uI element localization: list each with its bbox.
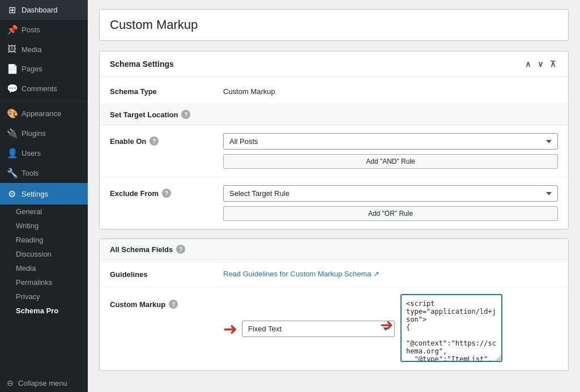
enable-on-label: Enable On ? [110, 133, 223, 146]
appearance-icon: 🎨 [7, 108, 17, 119]
exclude-from-row: Exclude From ? Select Target Rule All Po… [100, 177, 568, 229]
all-schema-fields-card: All Schema Fields ? Guidelines Read Guid… [99, 238, 569, 371]
comments-icon: 💬 [7, 83, 17, 94]
media-icon: 🖼 [7, 44, 17, 54]
exclude-from-value: Select Target Rule All Posts All Pages A… [223, 185, 558, 221]
sidebar-item-settings[interactable]: ⚙ Settings ◀ [0, 183, 88, 204]
guidelines-label: Guidelines [110, 267, 223, 279]
enable-on-select[interactable]: All Posts All Pages Homepage Blog Page [223, 133, 558, 150]
dashboard-icon: ⊞ [7, 5, 17, 15]
exclude-from-label: Exclude From ? [110, 185, 223, 198]
custom-markup-label: Custom Markup ? [110, 294, 223, 309]
collapse-menu[interactable]: ⊖ Collapse menu [0, 374, 88, 392]
submenu-discussion[interactable]: Discussion [0, 247, 88, 261]
enable-on-row: Enable On ? All Posts All Pages Homepage… [100, 125, 568, 177]
submenu-permalinks[interactable]: Permalinks [0, 275, 88, 289]
guidelines-link[interactable]: Read Guidelines for Custom Markup Schema… [223, 270, 379, 278]
pages-icon: 📄 [7, 63, 17, 74]
submenu-media[interactable]: Media [0, 261, 88, 275]
submenu-privacy[interactable]: Privacy [0, 289, 88, 304]
fixed-text-select[interactable]: Fixed Text Custom Value Auto Detect [242, 321, 395, 337]
submenu-schema-pro[interactable]: Schema Pro [0, 304, 88, 318]
all-schema-fields-header: All Schema Fields ? [100, 239, 568, 260]
settings-arrow-icon: ◀ [73, 188, 81, 200]
expand-icon[interactable]: ⊼ [548, 58, 558, 70]
sidebar-item-comments[interactable]: 💬 Comments [0, 79, 88, 99]
main-content: Custom Markup Schema Settings ∧ ∨ ⊼ Sche… [88, 0, 580, 392]
custom-markup-value: ➜ Fixed Text Custom Value Auto Detect ➜ … [223, 294, 558, 368]
submenu-general[interactable]: General [0, 204, 88, 219]
guidelines-row: Guidelines Read Guidelines for Custom Ma… [100, 260, 568, 287]
enable-on-help-icon[interactable]: ? [150, 137, 159, 146]
sidebar-item-media[interactable]: 🖼 Media [0, 40, 88, 59]
sidebar-item-posts[interactable]: 📌 Posts [0, 20, 88, 40]
sidebar-item-dashboard[interactable]: ⊞ Dashboard [0, 0, 88, 20]
schema-type-label: Schema Type [110, 84, 223, 96]
schema-type-row: Schema Type Custom Markup [100, 77, 568, 104]
sidebar: ⊞ Dashboard 📌 Posts 🖼 Media 📄 Pages 💬 Co… [0, 0, 88, 392]
sidebar-item-users[interactable]: 👤 Users [0, 143, 88, 163]
sidebar-item-plugins[interactable]: 🔌 Plugins [0, 123, 88, 143]
settings-icon: ⚙ [7, 189, 17, 199]
plugins-icon: 🔌 [7, 128, 17, 139]
guidelines-value: Read Guidelines for Custom Markup Schema… [223, 267, 558, 278]
sidebar-item-appearance[interactable]: 🎨 Appearance [0, 104, 88, 123]
schema-settings-header: Schema Settings ∧ ∨ ⊼ [100, 52, 568, 77]
all-schema-fields-help-icon[interactable]: ? [176, 245, 185, 254]
submenu-writing[interactable]: Writing [0, 219, 88, 233]
markup-textarea-wrap: ➜ <script type="application/ld+json"> { … [400, 294, 558, 364]
collapse-up-icon[interactable]: ∧ [523, 58, 533, 70]
sidebar-item-tools[interactable]: 🔧 Tools [0, 163, 88, 183]
fixed-text-select-wrap: Fixed Text Custom Value Auto Detect [242, 321, 395, 337]
exclude-from-help-icon[interactable]: ? [162, 189, 171, 198]
custom-markup-help-icon[interactable]: ? [169, 300, 178, 309]
arrow-to-textarea-icon: ➜ [380, 316, 393, 334]
page-title: Custom Markup [99, 9, 569, 41]
users-icon: 👤 [7, 148, 17, 159]
card-controls: ∧ ∨ ⊼ [523, 58, 558, 70]
enable-on-value: All Posts All Pages Homepage Blog Page A… [223, 133, 558, 169]
tools-icon: 🔧 [7, 168, 17, 178]
add-and-rule-button[interactable]: Add "AND" Rule [223, 154, 558, 169]
target-location-help-icon[interactable]: ? [181, 110, 190, 119]
schema-type-value: Custom Markup [223, 84, 558, 96]
markup-textarea[interactable]: <script type="application/ld+json"> { "@… [400, 294, 502, 362]
exclude-from-select[interactable]: Select Target Rule All Posts All Pages [223, 185, 558, 202]
collapse-down-icon[interactable]: ∨ [535, 58, 545, 70]
custom-markup-row: Custom Markup ? ➜ Fixed Text Custom Valu… [100, 287, 568, 370]
sidebar-item-pages[interactable]: 📄 Pages [0, 59, 88, 79]
target-location-section: Set Target Location ? [100, 104, 568, 125]
arrow-to-fixed-text-icon: ➜ [223, 319, 237, 339]
add-or-rule-button[interactable]: Add "OR" Rule [223, 206, 558, 221]
schema-settings-card: Schema Settings ∧ ∨ ⊼ Schema Type Custom… [99, 51, 569, 229]
submenu-reading[interactable]: Reading [0, 233, 88, 247]
collapse-icon: ⊖ [7, 378, 14, 387]
posts-icon: 📌 [7, 24, 17, 35]
